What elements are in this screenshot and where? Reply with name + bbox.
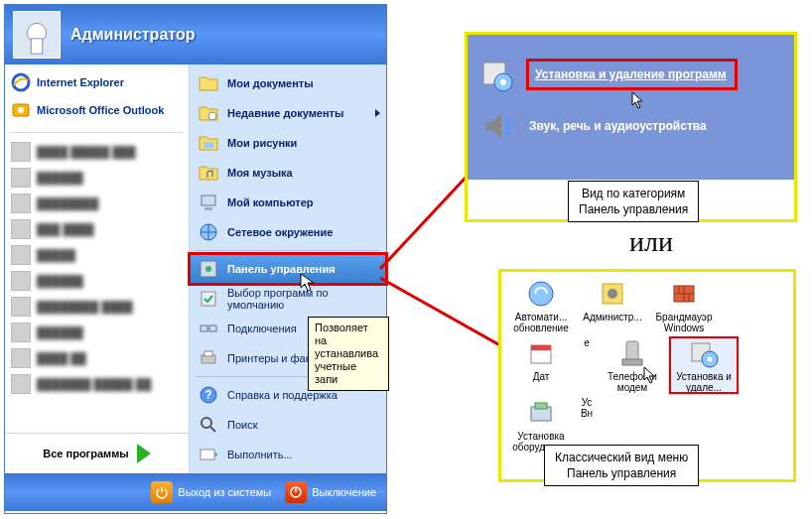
user-name: Администратор [70,26,195,44]
cursor-icon [300,273,316,293]
help-icon: ? [198,384,219,406]
svg-rect-14 [201,325,207,331]
classic-item[interactable]: Автомати... обновление [505,276,577,335]
hardware-icon [525,397,557,429]
run[interactable]: Выполнить... [190,440,386,469]
cursor-icon [631,91,645,109]
admin-tools-icon [597,278,628,310]
pinned-ie[interactable]: Internet Explorer [11,68,183,96]
default-programs[interactable]: Выбор программ по умолчанию [190,284,386,314]
run-icon [198,444,219,465]
svg-rect-33 [622,359,642,365]
start-menu-left: Internet Explorer Microsoft Office Outlo… [5,65,190,473]
control-panel[interactable]: Панель управления [190,254,386,284]
svg-rect-7 [203,142,213,148]
arrow-right-icon [137,444,151,463]
mru-item[interactable]: ████████ [11,191,183,216]
caption-category: Вид по категориям Панель управления [568,181,699,222]
svg-point-20 [202,418,211,428]
mru-item[interactable]: ████████ ████ [11,294,183,320]
svg-rect-38 [535,403,547,409]
recent-programs-list: ████ █████ ███ ██████ ████████ ███ ████ … [5,137,189,433]
all-programs-button[interactable]: Все программы [5,433,189,473]
svg-point-28 [608,289,617,299]
folder-pictures-icon [198,132,219,154]
mru-item[interactable]: ████ █████ ███ [11,139,183,165]
my-documents[interactable]: Мои документы [190,68,386,98]
svg-point-5 [18,107,24,113]
start-menu-footer: Выход из системы Выключение [5,473,386,511]
svg-rect-9 [204,207,212,210]
printer-icon [198,347,219,369]
pinned-outlook[interactable]: Microsoft Office Outlook [11,96,183,124]
mru-item[interactable]: █████ [11,242,183,268]
network-places[interactable]: Сетевое окружение [190,217,386,247]
phone-modem-icon [616,337,648,369]
or-label: или [629,226,673,258]
folder-recent-icon [198,102,219,124]
add-remove-programs-icon [688,337,720,369]
logoff-icon [151,481,173,503]
svg-rect-13 [202,292,215,306]
svg-point-12 [205,266,211,272]
network-icon [198,221,219,243]
svg-text:?: ? [204,388,211,402]
control-panel-icon [198,258,219,280]
start-menu-right: Мои документы Недавние документы Мои рис… [190,65,386,473]
outlook-icon [11,100,31,120]
svg-rect-8 [202,195,215,205]
my-pictures[interactable]: Мои рисунки [190,128,386,158]
firewall-icon [668,278,700,310]
svg-rect-31 [531,345,551,350]
shutdown-icon [285,481,307,503]
svg-point-36 [708,357,713,362]
start-menu: Администратор Internet Explorer Microsof… [4,4,387,514]
svg-rect-2 [31,39,43,54]
search[interactable]: Поиск [190,410,386,440]
mru-item[interactable]: ██████ [11,268,183,294]
svg-point-6 [208,112,216,120]
logoff-button[interactable]: Выход из системы [151,481,271,503]
search-icon [198,414,219,436]
start-menu-header: Администратор [5,5,386,65]
svg-point-25 [500,79,506,85]
mru-item[interactable]: ██████ [11,165,183,191]
shutdown-button[interactable]: Выключение [285,481,376,503]
classic-item-add-remove[interactable]: Установка и удале... [668,335,740,395]
user-avatar [13,11,61,59]
folder-docs-icon [198,72,219,94]
svg-point-26 [529,282,553,306]
mru-item[interactable]: ███████ █████ ██ [11,371,183,397]
classic-item[interactable]: Дат [505,335,577,395]
sound-icon [477,106,517,146]
my-music[interactable]: Моя музыка [190,158,386,188]
classic-item[interactable]: Брандмауэр Windows [648,276,720,335]
svg-rect-17 [204,351,212,356]
recent-documents[interactable]: Недавние документы [190,98,386,128]
mru-item[interactable]: ██████ [11,320,183,345]
connections-icon [198,318,219,339]
date-icon [525,337,557,369]
defaults-icon [198,288,219,310]
update-icon [525,278,557,310]
my-computer[interactable]: Мой компьютер [190,188,386,217]
classic-item[interactable]: е [577,335,597,395]
tooltip: Позволяет на устанавлива учетные запи [308,317,389,391]
classic-item[interactable]: Телефон и модем [597,335,668,395]
mru-item[interactable]: ████ ██ [11,345,183,371]
computer-icon [198,192,219,213]
svg-rect-21 [201,450,214,459]
mru-item[interactable]: ███ ████ [11,216,183,242]
caption-classic: Классический вид меню Панель управления [544,445,699,486]
ie-icon [11,72,31,92]
folder-music-icon [198,162,219,184]
classic-item[interactable]: Администр... [577,276,648,335]
svg-rect-15 [209,325,216,331]
cursor-icon [643,366,657,384]
add-remove-programs-icon [477,55,517,94]
